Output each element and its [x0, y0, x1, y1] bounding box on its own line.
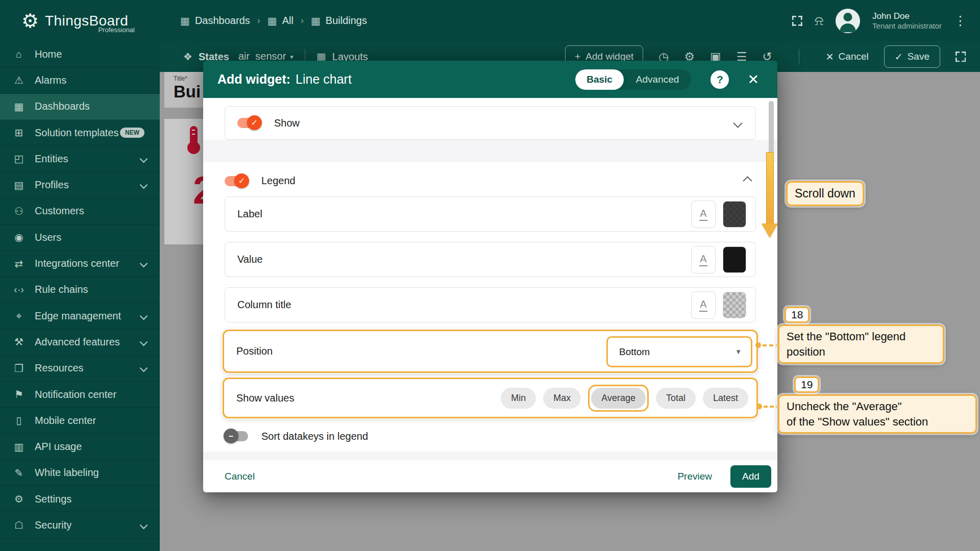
annotation-text: Uncheck the "Average" [787, 399, 968, 414]
sidebar-item-icon: ⚠ [11, 74, 27, 86]
legend-style-rows: Label A Value A [225, 196, 756, 322]
user-info[interactable]: John Doe Tenant administrator [872, 11, 942, 31]
breadcrumb-separator: › [301, 15, 304, 26]
legend-value-chip[interactable]: Max [543, 388, 581, 409]
sidebar-item-icon: ⚇ [11, 205, 27, 217]
text-format-button[interactable]: A [691, 291, 716, 319]
step-18-annotation: Set the "Bottom" legend position [778, 324, 944, 364]
fullscreen-icon[interactable] [792, 16, 802, 26]
show-values-label: Show values [236, 392, 294, 404]
caret-down-icon: ▾ [290, 53, 293, 61]
breadcrumb-item[interactable]: ▦ Dashboards [180, 15, 250, 27]
sidebar-item-icon: ⇄ [11, 258, 27, 270]
sidebar-item-label: Advanced features [35, 336, 141, 348]
sidebar-item[interactable]: ▤ Profiles [0, 172, 160, 198]
sidebar-item-icon: ▯ [11, 414, 27, 427]
color-swatch[interactable] [723, 201, 746, 228]
position-select[interactable]: Bottom ▼ [606, 336, 752, 367]
top-bar: ▦ Dashboards › ▦ All › ▦ Buildings ⍾ [160, 0, 980, 41]
sidebar-item[interactable]: ⚑ Notification center [0, 382, 160, 408]
help-icon[interactable]: ? [710, 70, 729, 89]
breadcrumb-item[interactable]: ▦ Buildings [311, 15, 367, 27]
sidebar-item-label: White labeling [35, 467, 150, 479]
chevron-up-icon[interactable] [743, 176, 752, 185]
toggle-minus-icon: – [224, 429, 238, 443]
cancel-button[interactable]: Cancel [225, 471, 255, 482]
legend-value-chip[interactable]: Average [591, 388, 646, 409]
sort-datakeys-toggle[interactable]: – [225, 431, 248, 441]
avatar[interactable] [836, 9, 860, 33]
color-swatch[interactable] [723, 246, 746, 273]
app-logo[interactable]: ⚙ ThingsBoard Professional [0, 0, 160, 41]
position-select-value: Bottom [619, 346, 650, 358]
sidebar-item[interactable]: ▥ API usage [0, 434, 160, 460]
sidebar-item[interactable]: ◉ Users [0, 224, 160, 251]
sidebar-item-label: Users [35, 232, 150, 243]
chevron-down-icon [140, 364, 148, 372]
scroll-down-annotation: Scroll down [786, 181, 864, 206]
sidebar-item[interactable]: ⌖ Edge management [0, 303, 160, 329]
tab-basic[interactable]: Basic [575, 69, 624, 90]
color-swatch[interactable] [723, 292, 746, 318]
sidebar-item[interactable]: ⚇ Customers [0, 198, 160, 224]
dropdown-arrow-icon: ▼ [735, 348, 742, 356]
legend-value-chip[interactable]: Min [501, 388, 536, 409]
legend-chip-wrap: Min [501, 388, 536, 409]
text-format-button[interactable]: A [691, 201, 716, 228]
states-icon: ❖ [183, 51, 192, 63]
legend-section-header: ✓ Legend [225, 169, 756, 192]
sidebar-item-icon: ⊞ [11, 127, 27, 139]
sidebar-item[interactable]: ‹·› Rule chains [0, 277, 160, 303]
sidebar-item[interactable]: ⊞ Solution templates NEW [0, 120, 160, 146]
sidebar-item[interactable]: ❐ Resources [0, 356, 160, 382]
breadcrumb-item[interactable]: ▦ All [267, 15, 293, 27]
more-menu-icon[interactable]: ⋮ [954, 13, 967, 28]
legend-label: Legend [261, 175, 296, 187]
chevron-down-icon[interactable] [733, 118, 742, 128]
sidebar-item[interactable]: ◰ Entities [0, 146, 160, 172]
dialog-footer: Cancel Preview Add [203, 460, 777, 492]
app-window: ⚙ ThingsBoard Professional ⌂ Home ⚠ Alar… [0, 0, 980, 551]
show-toggle[interactable]: ✓ [237, 118, 261, 128]
sidebar-item[interactable]: ☖ Security [0, 512, 160, 538]
mode-toggle: Basic Advanced [575, 69, 691, 90]
show-label: Show [274, 117, 300, 129]
sidebar-item[interactable]: ⚠ Alarms [0, 67, 160, 93]
thermometer-icon [190, 126, 198, 145]
sidebar-item-icon: ⌂ [11, 48, 27, 60]
legend-value-chip[interactable]: Latest [703, 388, 748, 409]
widget-type-name: Line chart [296, 72, 352, 86]
sidebar-item-icon: ◉ [11, 231, 27, 243]
sidebar-item[interactable]: ▯ Mobile center [0, 408, 160, 434]
tab-advanced[interactable]: Advanced [624, 74, 692, 85]
sidebar-item-icon: ▦ [11, 101, 27, 113]
notifications-bell-icon[interactable]: ⍾ [815, 13, 823, 29]
legend-toggle[interactable]: ✓ [225, 176, 248, 186]
sidebar-item-icon: ⚒ [11, 336, 27, 348]
dashboard-icon: ▦ [180, 15, 190, 27]
sidebar-item[interactable]: ⚒ Advanced features [0, 329, 160, 355]
annotation-text: of the "Show values" section [787, 414, 968, 430]
chevron-down-icon [140, 155, 148, 163]
legend-chip-wrap: Max [543, 388, 581, 409]
chevron-down-icon [140, 260, 148, 268]
sidebar-item[interactable]: ⚙ Settings [0, 486, 160, 512]
legend-style-row: Label A [225, 196, 756, 232]
legend-style-row: Column title A [225, 287, 756, 322]
position-label: Position [236, 345, 273, 357]
save-button[interactable]: ✓ Save [884, 45, 940, 68]
legend-chip-wrap: Average [588, 385, 649, 412]
add-button[interactable]: Add [730, 465, 771, 488]
sidebar-item[interactable]: ⌂ Home [0, 41, 160, 67]
fullscreen-icon[interactable] [955, 52, 966, 62]
step-19-number: 19 [794, 377, 819, 393]
sidebar-item[interactable]: ⇄ Integrations center [0, 251, 160, 277]
legend-value-chip[interactable]: Total [656, 388, 696, 409]
text-format-button[interactable]: A [691, 246, 716, 273]
sidebar-item[interactable]: ✎ White labeling [0, 460, 160, 486]
cancel-edit-button[interactable]: ✕ Cancel [826, 51, 869, 63]
sidebar-item[interactable]: ▦ Dashboards [0, 94, 160, 120]
close-icon[interactable]: ✕ [747, 71, 759, 88]
section-divider [203, 140, 777, 162]
preview-button[interactable]: Preview [677, 471, 712, 482]
